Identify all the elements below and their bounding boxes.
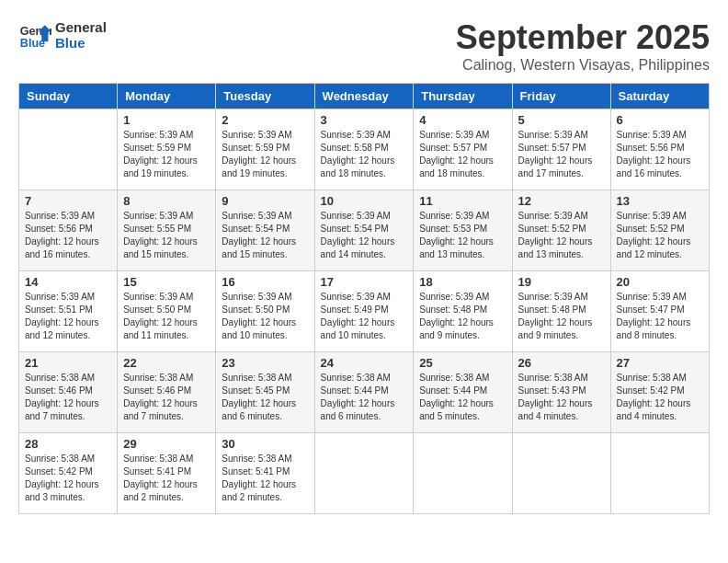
- calendar-cell: [314, 433, 414, 514]
- day-number: 6: [617, 113, 703, 127]
- calendar-cell: 15Sunrise: 5:39 AM Sunset: 5:50 PM Dayli…: [118, 271, 216, 352]
- calendar-cell: 6Sunrise: 5:39 AM Sunset: 5:56 PM Daylig…: [610, 109, 709, 190]
- day-info: Sunrise: 5:38 AM Sunset: 5:45 PM Dayligh…: [222, 372, 308, 423]
- day-number: 5: [518, 113, 605, 127]
- calendar-cell: 4Sunrise: 5:39 AM Sunset: 5:57 PM Daylig…: [414, 109, 512, 190]
- calendar-cell: 8Sunrise: 5:39 AM Sunset: 5:55 PM Daylig…: [118, 190, 216, 271]
- calendar-cell: 13Sunrise: 5:39 AM Sunset: 5:52 PM Dayli…: [610, 190, 709, 271]
- calendar-cell: 1Sunrise: 5:39 AM Sunset: 5:59 PM Daylig…: [118, 109, 216, 190]
- day-number: 14: [25, 275, 111, 289]
- calendar-cell: 30Sunrise: 5:38 AM Sunset: 5:41 PM Dayli…: [216, 433, 314, 514]
- day-info: Sunrise: 5:39 AM Sunset: 5:55 PM Dayligh…: [123, 210, 210, 261]
- weekday-header: Thursday: [414, 84, 512, 109]
- weekday-header: Sunday: [19, 84, 118, 109]
- calendar-cell: 24Sunrise: 5:38 AM Sunset: 5:44 PM Dayli…: [314, 352, 414, 433]
- day-info: Sunrise: 5:39 AM Sunset: 5:52 PM Dayligh…: [518, 210, 605, 261]
- weekday-header: Friday: [512, 84, 610, 109]
- calendar-cell: 17Sunrise: 5:39 AM Sunset: 5:49 PM Dayli…: [314, 271, 414, 352]
- calendar-cell: [610, 433, 709, 514]
- day-number: 16: [222, 275, 308, 289]
- day-number: 2: [222, 113, 308, 127]
- calendar-week-row: 14Sunrise: 5:39 AM Sunset: 5:51 PM Dayli…: [19, 271, 710, 352]
- calendar-body: 1Sunrise: 5:39 AM Sunset: 5:59 PM Daylig…: [19, 109, 710, 514]
- calendar-week-row: 1Sunrise: 5:39 AM Sunset: 5:59 PM Daylig…: [19, 109, 710, 190]
- calendar-cell: 7Sunrise: 5:39 AM Sunset: 5:56 PM Daylig…: [19, 190, 118, 271]
- day-info: Sunrise: 5:39 AM Sunset: 5:48 PM Dayligh…: [419, 291, 506, 342]
- day-number: 26: [518, 356, 605, 370]
- day-info: Sunrise: 5:39 AM Sunset: 5:58 PM Dayligh…: [321, 129, 408, 180]
- day-number: 10: [321, 194, 408, 208]
- day-info: Sunrise: 5:39 AM Sunset: 5:47 PM Dayligh…: [617, 291, 703, 342]
- day-number: 1: [123, 113, 210, 127]
- day-number: 27: [617, 356, 703, 370]
- day-number: 15: [123, 275, 210, 289]
- calendar-cell: 18Sunrise: 5:39 AM Sunset: 5:48 PM Dayli…: [414, 271, 512, 352]
- calendar-header-row: SundayMondayTuesdayWednesdayThursdayFrid…: [19, 84, 710, 109]
- day-number: 4: [419, 113, 506, 127]
- location-title: Calinog, Western Visayas, Philippines: [456, 57, 710, 74]
- day-info: Sunrise: 5:38 AM Sunset: 5:41 PM Dayligh…: [123, 453, 210, 504]
- calendar-cell: 2Sunrise: 5:39 AM Sunset: 5:59 PM Daylig…: [216, 109, 314, 190]
- day-number: 19: [518, 275, 605, 289]
- calendar-cell: 9Sunrise: 5:39 AM Sunset: 5:54 PM Daylig…: [216, 190, 314, 271]
- day-info: Sunrise: 5:38 AM Sunset: 5:44 PM Dayligh…: [321, 372, 408, 423]
- day-info: Sunrise: 5:38 AM Sunset: 5:46 PM Dayligh…: [123, 372, 210, 423]
- weekday-header: Monday: [118, 84, 216, 109]
- calendar-cell: 27Sunrise: 5:38 AM Sunset: 5:42 PM Dayli…: [610, 352, 709, 433]
- calendar-cell: 25Sunrise: 5:38 AM Sunset: 5:44 PM Dayli…: [414, 352, 512, 433]
- weekday-header: Tuesday: [216, 84, 314, 109]
- calendar-cell: 23Sunrise: 5:38 AM Sunset: 5:45 PM Dayli…: [216, 352, 314, 433]
- weekday-header: Wednesday: [314, 84, 414, 109]
- calendar-cell: 19Sunrise: 5:39 AM Sunset: 5:48 PM Dayli…: [512, 271, 610, 352]
- day-info: Sunrise: 5:39 AM Sunset: 5:59 PM Dayligh…: [123, 129, 210, 180]
- calendar-cell: [512, 433, 610, 514]
- day-number: 11: [419, 194, 506, 208]
- day-info: Sunrise: 5:39 AM Sunset: 5:48 PM Dayligh…: [518, 291, 605, 342]
- day-number: 23: [222, 356, 308, 370]
- day-number: 20: [617, 275, 703, 289]
- day-info: Sunrise: 5:39 AM Sunset: 5:57 PM Dayligh…: [518, 129, 605, 180]
- day-number: 25: [419, 356, 506, 370]
- weekday-header: Saturday: [610, 84, 709, 109]
- calendar-cell: 26Sunrise: 5:38 AM Sunset: 5:43 PM Dayli…: [512, 352, 610, 433]
- calendar-cell: 28Sunrise: 5:38 AM Sunset: 5:42 PM Dayli…: [19, 433, 118, 514]
- day-number: 29: [123, 437, 210, 451]
- calendar-cell: 5Sunrise: 5:39 AM Sunset: 5:57 PM Daylig…: [512, 109, 610, 190]
- calendar-week-row: 21Sunrise: 5:38 AM Sunset: 5:46 PM Dayli…: [19, 352, 710, 433]
- calendar-week-row: 7Sunrise: 5:39 AM Sunset: 5:56 PM Daylig…: [19, 190, 710, 271]
- calendar-cell: [19, 109, 118, 190]
- calendar-cell: 21Sunrise: 5:38 AM Sunset: 5:46 PM Dayli…: [19, 352, 118, 433]
- day-info: Sunrise: 5:39 AM Sunset: 5:57 PM Dayligh…: [419, 129, 506, 180]
- day-number: 7: [25, 194, 111, 208]
- day-info: Sunrise: 5:38 AM Sunset: 5:44 PM Dayligh…: [419, 372, 506, 423]
- day-info: Sunrise: 5:39 AM Sunset: 5:56 PM Dayligh…: [25, 210, 111, 261]
- day-info: Sunrise: 5:38 AM Sunset: 5:41 PM Dayligh…: [222, 453, 308, 504]
- day-info: Sunrise: 5:39 AM Sunset: 5:54 PM Dayligh…: [321, 210, 408, 261]
- calendar-cell: 3Sunrise: 5:39 AM Sunset: 5:58 PM Daylig…: [314, 109, 414, 190]
- month-title: September 2025: [456, 18, 710, 57]
- day-info: Sunrise: 5:39 AM Sunset: 5:59 PM Dayligh…: [222, 129, 308, 180]
- calendar-cell: 20Sunrise: 5:39 AM Sunset: 5:47 PM Dayli…: [610, 271, 709, 352]
- page-header: General Blue General Blue September 2025…: [18, 18, 710, 74]
- calendar-cell: 10Sunrise: 5:39 AM Sunset: 5:54 PM Dayli…: [314, 190, 414, 271]
- day-number: 9: [222, 194, 308, 208]
- day-number: 13: [617, 194, 703, 208]
- day-info: Sunrise: 5:39 AM Sunset: 5:56 PM Dayligh…: [617, 129, 703, 180]
- svg-text:Blue: Blue: [20, 37, 45, 50]
- calendar-cell: 12Sunrise: 5:39 AM Sunset: 5:52 PM Dayli…: [512, 190, 610, 271]
- calendar-cell: 16Sunrise: 5:39 AM Sunset: 5:50 PM Dayli…: [216, 271, 314, 352]
- day-info: Sunrise: 5:38 AM Sunset: 5:43 PM Dayligh…: [518, 372, 605, 423]
- calendar-cell: 22Sunrise: 5:38 AM Sunset: 5:46 PM Dayli…: [118, 352, 216, 433]
- day-info: Sunrise: 5:39 AM Sunset: 5:52 PM Dayligh…: [617, 210, 703, 261]
- day-info: Sunrise: 5:39 AM Sunset: 5:50 PM Dayligh…: [222, 291, 308, 342]
- calendar-cell: 14Sunrise: 5:39 AM Sunset: 5:51 PM Dayli…: [19, 271, 118, 352]
- day-info: Sunrise: 5:39 AM Sunset: 5:50 PM Dayligh…: [123, 291, 210, 342]
- day-info: Sunrise: 5:38 AM Sunset: 5:42 PM Dayligh…: [617, 372, 703, 423]
- calendar-cell: 11Sunrise: 5:39 AM Sunset: 5:53 PM Dayli…: [414, 190, 512, 271]
- logo-general: General: [55, 19, 107, 35]
- calendar-cell: 29Sunrise: 5:38 AM Sunset: 5:41 PM Dayli…: [118, 433, 216, 514]
- logo-icon: General Blue: [18, 18, 51, 52]
- calendar-table: SundayMondayTuesdayWednesdayThursdayFrid…: [18, 83, 710, 514]
- logo: General Blue General Blue: [18, 18, 107, 52]
- day-info: Sunrise: 5:39 AM Sunset: 5:49 PM Dayligh…: [321, 291, 408, 342]
